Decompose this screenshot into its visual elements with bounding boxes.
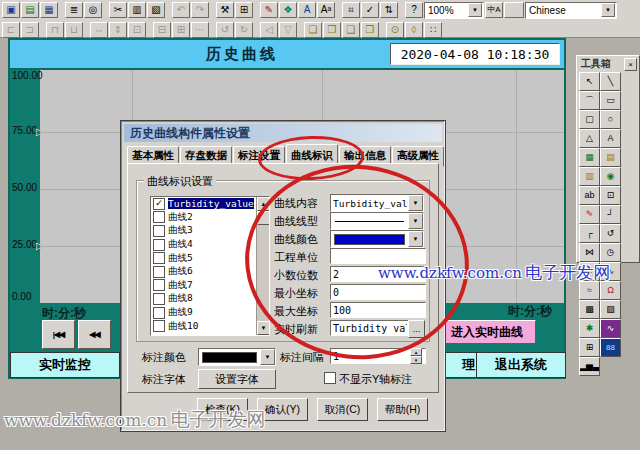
spin-down-icon[interactable]: ▾	[410, 356, 422, 364]
check-syntax-icon[interactable]: ✓	[361, 2, 379, 18]
scrollbar-thumb[interactable]	[257, 211, 270, 225]
led-display-icon[interactable]: 88	[600, 338, 621, 357]
history-trend-icon[interactable]: ∿	[600, 319, 621, 338]
rotate-left-icon[interactable]: ↺	[216, 22, 234, 38]
lock-icon[interactable]: ⊙	[386, 22, 404, 38]
workbench-icon[interactable]: ⊞	[235, 2, 253, 18]
curve-checkbox[interactable]	[153, 320, 165, 332]
curve-list-item[interactable]: 曲线5	[151, 251, 269, 265]
bring-front-icon[interactable]: ❑	[342, 22, 360, 38]
curve-color-dropdown[interactable]: ▼	[330, 230, 424, 248]
open-frame-icon[interactable]: ▤	[600, 148, 621, 167]
clock-tool-icon[interactable]: ◷	[600, 243, 621, 262]
curve-list-item[interactable]: 曲线6	[151, 265, 269, 279]
new-window-icon[interactable]: ▣	[2, 2, 20, 18]
grid-dots-icon[interactable]: ∷	[424, 22, 442, 38]
polygon-icon[interactable]: △	[579, 129, 600, 148]
save-frame-icon[interactable]: ▥	[579, 167, 600, 186]
paste-icon[interactable]: ▧	[147, 2, 165, 18]
curve-checkbox[interactable]	[153, 279, 165, 291]
group-icon[interactable]: ❏	[304, 22, 322, 38]
valve-icon[interactable]: ⋈	[579, 243, 600, 262]
max-coordinate-input[interactable]	[330, 302, 426, 318]
realtime-trend-icon[interactable]: ∿	[600, 262, 621, 281]
same-height-icon[interactable]: ⇕	[109, 22, 127, 38]
dialog-title-bar[interactable]: 历史曲线构件属性设置	[124, 124, 442, 142]
ellipse-icon[interactable]: ○	[600, 110, 621, 129]
realtime-monitor-button[interactable]: 实时监控	[10, 352, 120, 378]
curve-checkbox[interactable]	[153, 266, 165, 278]
curve-list-item[interactable]: 曲线7	[151, 279, 269, 293]
curve-list-item[interactable]: 曲线2	[151, 211, 269, 225]
palette-icon[interactable]: ❖	[279, 2, 297, 18]
more-button[interactable]: ...	[408, 320, 425, 338]
scroll-up-icon[interactable]: ▲	[257, 197, 270, 211]
list-scrollbar[interactable]: ▲ ▼	[256, 197, 269, 335]
interval-spinner[interactable]: ▴ ▾	[410, 348, 422, 360]
rectangle-icon[interactable]: ▭	[600, 91, 621, 110]
chevron-down-icon[interactable]: ▼	[408, 213, 423, 229]
sort-icon[interactable]: ⇅	[380, 2, 398, 18]
enter-realtime-curve-button[interactable]: 进入实时曲线	[438, 320, 536, 344]
language-combo[interactable]: Chinese ▼	[525, 2, 617, 19]
save-icon[interactable]: ▦	[40, 2, 58, 18]
chevron-down-icon[interactable]: ▼	[468, 3, 482, 17]
center-vertical-icon[interactable]: ⊞	[172, 22, 190, 38]
zoom-combo[interactable]: 100% ▼	[424, 2, 484, 19]
spin-up-icon[interactable]: ▴	[410, 348, 422, 356]
unit-input[interactable]	[330, 248, 426, 264]
button-tool-icon[interactable]: ⊡	[600, 186, 621, 205]
align-top-icon[interactable]: ⊓	[46, 22, 64, 38]
text-style-icon[interactable]: A	[298, 2, 316, 18]
translate-icon[interactable]: 中A	[485, 2, 503, 18]
select-arrow-icon[interactable]: ↖	[579, 72, 600, 91]
chevron-down-icon[interactable]: ▼	[601, 3, 615, 17]
rounded-rectangle-icon[interactable]: ▢	[579, 110, 600, 129]
font-size-icon[interactable]: Aᵃ	[317, 2, 335, 18]
curve-checkbox[interactable]	[153, 211, 165, 223]
tools-icon[interactable]: ⚒	[216, 2, 234, 18]
input-box-icon[interactable]: ab	[579, 186, 600, 205]
context-help-icon[interactable]: ?	[405, 2, 423, 18]
report-table-icon[interactable]: ▨	[600, 300, 621, 319]
send-back-icon[interactable]: ❒	[361, 22, 379, 38]
chevron-down-icon[interactable]: ▼	[408, 195, 423, 211]
curve-list-item[interactable]: ✓ Turbidity_value	[151, 197, 269, 211]
print-icon[interactable]: ≣	[65, 2, 83, 18]
chevron-down-icon[interactable]: ▼	[260, 349, 275, 365]
curve-checkbox[interactable]	[153, 252, 165, 264]
curve-checkbox[interactable]: ✓	[153, 198, 165, 210]
elbow-pipe2-icon[interactable]: ┌	[579, 224, 600, 243]
xy-plot-icon[interactable]: ≈	[579, 281, 600, 300]
pen-icon[interactable]: ✎	[260, 2, 278, 18]
flip-vertical-icon[interactable]: ▽	[279, 22, 297, 38]
curve-list-item[interactable]: 曲线8	[151, 292, 269, 306]
fill-icon[interactable]: ◊	[405, 22, 423, 38]
curve-list-item[interactable]: 曲线9	[151, 306, 269, 320]
align-right-icon[interactable]: ⊐	[21, 22, 39, 38]
curve-checkbox[interactable]	[153, 239, 165, 251]
scroll-down-icon[interactable]: ▼	[257, 321, 270, 335]
hide-y-axis-checkbox[interactable]	[324, 372, 336, 384]
paint-tool-icon[interactable]: ✎	[579, 205, 600, 224]
exit-system-button[interactable]: 退出系统	[476, 352, 566, 378]
globe-icon[interactable]: ◉	[600, 167, 621, 186]
line-type-dropdown[interactable]: ▼	[330, 212, 424, 230]
chevron-down-icon[interactable]: ▼	[408, 231, 423, 247]
help-button[interactable]: 帮助(H)	[377, 398, 428, 421]
curve-list-item[interactable]: 曲线3	[151, 224, 269, 238]
redo-icon[interactable]: ↷	[191, 2, 209, 18]
curve-checkbox[interactable]	[153, 293, 165, 305]
rotate-right-icon[interactable]: ↻	[235, 22, 253, 38]
decimals-input[interactable]	[330, 266, 426, 282]
elbow-pipe-icon[interactable]: ┘	[600, 205, 621, 224]
rewind-button[interactable]: ◀◀	[78, 320, 111, 349]
set-font-button[interactable]: 设置字体	[198, 369, 276, 389]
align-bottom-icon[interactable]: ⊔	[65, 22, 83, 38]
close-icon[interactable]: ×	[624, 58, 637, 71]
ungroup-icon[interactable]: ❐	[323, 22, 341, 38]
formula-box-icon[interactable]: ⊞	[579, 338, 600, 357]
line-icon[interactable]: ╲	[600, 72, 621, 91]
realtime-refresh-input[interactable]	[330, 320, 410, 336]
center-horizontal-icon[interactable]: ⊟	[153, 22, 171, 38]
